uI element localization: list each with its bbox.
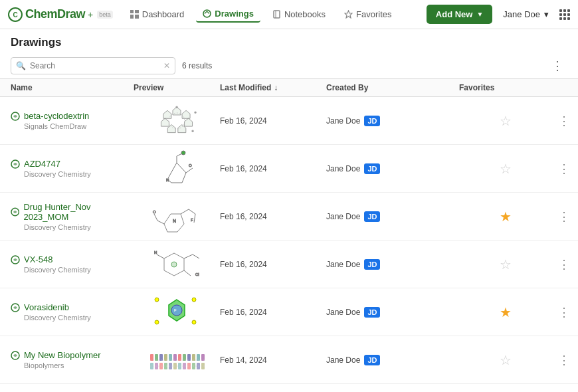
row-more-button[interactable]: ⋮ — [554, 160, 574, 177]
svg-text:●: ● — [191, 129, 194, 133]
svg-line-47 — [193, 254, 199, 258]
star-filled-icon[interactable]: ★ — [500, 209, 512, 225]
nav-drawings[interactable]: Drawings — [196, 6, 260, 23]
last-modified-cell: Feb 16, 2024 — [220, 308, 326, 317]
preview-cell: N F O — [134, 194, 220, 239]
last-modified-cell: Feb 14, 2024 — [220, 355, 326, 365]
svg-line-36 — [181, 209, 189, 214]
sort-arrow-icon: ↓ — [274, 83, 278, 92]
svg-text:C: C — [13, 11, 17, 19]
last-modified-cell: Feb 16, 2024 — [220, 260, 326, 269]
row-more-button[interactable]: ⋮ — [554, 256, 574, 273]
svg-line-25 — [182, 173, 186, 183]
row-name[interactable]: AZD4747 — [11, 159, 134, 169]
svg-point-50 — [171, 262, 177, 267]
nav-favorites[interactable]: Favorites — [337, 7, 398, 22]
star-empty-icon[interactable]: ☆ — [500, 352, 512, 368]
svg-marker-16 — [161, 118, 169, 126]
star-filled-icon[interactable]: ★ — [500, 304, 512, 320]
row-name[interactable]: Vorasidenib — [11, 302, 134, 312]
favorites-cell: ☆ — [459, 352, 552, 368]
row-icon — [11, 351, 20, 360]
notebook-icon — [272, 10, 281, 19]
created-by-cell: Jane Doe JD — [326, 355, 459, 365]
table-body: beta-cyclodextrin Signals ChemDraw ● ● ●… — [0, 97, 578, 384]
svg-point-63 — [192, 298, 196, 302]
row-collection: Discovery Chemistry — [24, 314, 134, 322]
logo-plus: + — [88, 9, 93, 20]
row-name[interactable]: beta-cyclodextrin — [11, 111, 134, 121]
row-icon — [11, 255, 20, 264]
row-more-button[interactable]: ⋮ — [554, 304, 574, 321]
col-name[interactable]: Name — [11, 83, 134, 92]
svg-text:O: O — [153, 210, 156, 214]
options-button[interactable]: ⋮ — [547, 57, 567, 74]
svg-line-58 — [159, 301, 169, 305]
svg-text:F: F — [174, 308, 177, 312]
table-row: Vorasidenib Discovery Chemistry F — [0, 288, 578, 336]
app-grid-icon[interactable] — [559, 9, 570, 20]
row-more-button[interactable]: ⋮ — [554, 208, 574, 225]
avatar-badge: JD — [364, 355, 380, 365]
favorites-cell: ☆ — [459, 113, 552, 129]
row-more-button[interactable]: ⋮ — [554, 112, 574, 130]
col-created-by[interactable]: Created By — [326, 83, 459, 92]
svg-point-30 — [181, 151, 185, 155]
row-collection: Discovery Chemistry — [24, 170, 134, 178]
star-empty-icon[interactable]: ☆ — [500, 256, 512, 272]
col-favorites[interactable]: Favorites — [459, 83, 552, 92]
more-cell: ⋮ — [552, 160, 576, 177]
last-modified-cell: Feb 16, 2024 — [220, 212, 326, 221]
col-preview[interactable]: Preview — [134, 83, 220, 92]
row-name[interactable]: Drug Hunter_Nov 2023_MOM — [11, 202, 134, 222]
table-row: Drug Hunter_Nov 2023_MOM Discovery Chemi… — [0, 193, 578, 241]
row-more-button[interactable]: ⋮ — [554, 351, 574, 369]
nav-notebooks[interactable]: Notebooks — [266, 7, 332, 22]
molecule-preview: N F O — [147, 197, 207, 237]
svg-rect-67 — [150, 354, 153, 361]
more-cell: ⋮ — [552, 208, 576, 225]
svg-text:N: N — [173, 219, 176, 223]
svg-rect-76 — [192, 354, 195, 361]
molecule-preview: N Cl — [147, 245, 207, 284]
row-name[interactable]: VX-548 — [11, 254, 134, 264]
svg-text:O: O — [189, 163, 192, 167]
search-input[interactable] — [11, 57, 175, 74]
svg-line-24 — [177, 163, 186, 173]
created-by-cell: Jane Doe JD — [326, 211, 459, 222]
nav-dashboard[interactable]: Dashboard — [124, 7, 191, 22]
user-menu[interactable]: Jane Doe ▾ — [498, 7, 554, 22]
row-collection: Biopolymers — [24, 361, 134, 369]
name-cell: beta-cyclodextrin Signals ChemDraw — [11, 106, 134, 136]
svg-rect-78 — [201, 354, 205, 361]
created-by-name: Jane Doe — [326, 260, 360, 269]
favorites-cell: ★ — [459, 209, 552, 225]
page-title: Drawings — [0, 29, 578, 53]
col-last-modified[interactable]: Last Modified ↓ — [220, 83, 326, 92]
row-name[interactable]: My New Biopolymer — [11, 350, 134, 360]
created-by-name: Jane Doe — [326, 116, 360, 126]
table-row: AZD4747 Discovery Chemistry N O — [0, 145, 578, 193]
svg-line-59 — [159, 316, 169, 321]
row-collection: Discovery Chemistry — [24, 223, 134, 231]
svg-text:●: ● — [194, 110, 197, 114]
avatar-badge: JD — [364, 116, 380, 126]
created-by-name: Jane Doe — [326, 355, 360, 365]
svg-rect-73 — [178, 354, 181, 361]
star-empty-icon[interactable]: ☆ — [500, 113, 512, 129]
search-clear-icon[interactable]: ✕ — [163, 61, 170, 70]
svg-rect-69 — [159, 354, 163, 361]
avatar-badge: JD — [364, 211, 380, 222]
svg-point-64 — [155, 320, 159, 324]
table-row: VX-548 Discovery Chemistry N Cl Feb 16, … — [0, 241, 578, 288]
table-header: Name Preview Last Modified ↓ Created By … — [0, 78, 578, 97]
name-cell: Drug Hunter_Nov 2023_MOM Discovery Chemi… — [11, 197, 134, 237]
table-row: beta-cyclodextrin Signals ChemDraw ● ● ●… — [0, 97, 578, 145]
results-count: 6 results — [182, 61, 541, 70]
preview-cell: N O — [134, 146, 220, 191]
name-cell: VX-548 Discovery Chemistry — [11, 249, 134, 279]
add-new-button[interactable]: Add New ▼ — [427, 5, 493, 24]
logo-icon: C — [8, 7, 23, 22]
svg-line-39 — [157, 221, 164, 224]
star-empty-icon[interactable]: ☆ — [500, 161, 512, 177]
